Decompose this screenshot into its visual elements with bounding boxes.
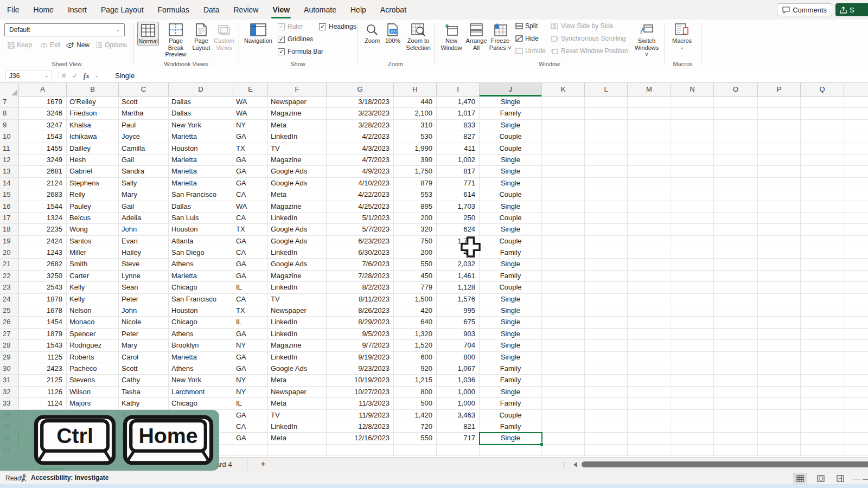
grid-cell[interactable]: [542, 352, 585, 363]
options-button[interactable]: Options: [95, 41, 127, 49]
grid-cell[interactable]: [671, 410, 714, 421]
grid-cell[interactable]: [758, 340, 801, 351]
grid-cell[interactable]: 1324: [19, 213, 67, 223]
grid-cell[interactable]: [844, 201, 868, 212]
grid-cell[interactable]: [714, 224, 758, 235]
synchronous-scrolling-button[interactable]: Synchronous Scrolling: [551, 35, 626, 42]
grid-cell[interactable]: [844, 363, 868, 374]
grid-cell[interactable]: GA: [233, 271, 268, 281]
grid-cell[interactable]: 420: [394, 305, 437, 316]
grid-cell[interactable]: 704: [437, 340, 480, 351]
grid-cell[interactable]: Marietta: [169, 131, 233, 142]
grid-cell[interactable]: [628, 143, 671, 154]
scroll-left-arrow-icon[interactable]: [573, 462, 577, 467]
grid-cell[interactable]: Hesh: [67, 155, 119, 165]
grid-cell[interactable]: Single: [480, 201, 542, 212]
grid-cell[interactable]: [801, 178, 844, 189]
row-header[interactable]: 15: [0, 189, 19, 200]
row-header[interactable]: 8: [0, 108, 19, 119]
grid-cell[interactable]: Google Ads: [268, 236, 327, 247]
grid-cell[interactable]: [671, 189, 714, 200]
grid-cell[interactable]: 624: [437, 224, 480, 235]
grid-cell[interactable]: [585, 155, 628, 165]
grid-cell[interactable]: Single: [480, 294, 542, 305]
grid-cell[interactable]: [480, 445, 542, 455]
row-header[interactable]: 11: [0, 143, 19, 154]
grid-cell[interactable]: [437, 445, 480, 455]
grid-cell[interactable]: [714, 166, 758, 177]
grid-cell[interactable]: 920: [394, 363, 437, 374]
grid-cell[interactable]: [542, 120, 585, 131]
grid-cell[interactable]: [758, 247, 801, 258]
grid-cell[interactable]: Single: [480, 329, 542, 339]
grid-cell[interactable]: [542, 166, 585, 177]
grid-cell[interactable]: Athens: [169, 329, 233, 339]
row-header[interactable]: 12: [0, 155, 19, 165]
grid-cell[interactable]: [671, 375, 714, 386]
grid-cell[interactable]: CA: [233, 421, 268, 432]
grid-cell[interactable]: [758, 294, 801, 305]
grid-cell[interactable]: Newspaper: [268, 97, 327, 107]
grid-cell[interactable]: [671, 329, 714, 339]
grid-cell[interactable]: [585, 398, 628, 409]
grid-cell[interactable]: 310: [394, 120, 437, 131]
grid-cell[interactable]: [801, 120, 844, 131]
grid-cell[interactable]: 1878: [19, 294, 67, 305]
grid-cell[interactable]: [801, 166, 844, 177]
grid-cell[interactable]: 4/2/2023: [327, 131, 394, 142]
grid-cell[interactable]: Single: [480, 305, 542, 316]
column-header[interactable]: G: [327, 83, 394, 97]
grid-cell[interactable]: CA: [233, 213, 268, 223]
grid-cell[interactable]: 5/7/2023: [327, 224, 394, 235]
grid-cell[interactable]: [585, 387, 628, 397]
grid-cell[interactable]: [844, 445, 868, 455]
grid-cell[interactable]: Single: [480, 120, 542, 131]
grid-cell[interactable]: [758, 213, 801, 223]
grid-cell[interactable]: 1243: [19, 247, 67, 258]
grid-cell[interactable]: [542, 305, 585, 316]
grid-cell[interactable]: [714, 97, 758, 107]
grid-cell[interactable]: Miller: [67, 247, 119, 258]
grid-cell[interactable]: 320: [394, 224, 437, 235]
grid-cell[interactable]: 2543: [19, 282, 67, 293]
grid-cell[interactable]: CA: [233, 294, 268, 305]
grid-cell[interactable]: Marietta: [169, 155, 233, 165]
grid-cell[interactable]: [714, 340, 758, 351]
row-header[interactable]: 9: [0, 120, 19, 131]
grid-cell[interactable]: Scott: [119, 363, 169, 374]
grid-cell[interactable]: LinkedIn: [268, 352, 327, 363]
grid-cell[interactable]: Single: [480, 352, 542, 363]
grid-cell[interactable]: [671, 352, 714, 363]
grid-cell[interactable]: Meta: [268, 189, 327, 200]
grid-cell[interactable]: Meta: [268, 398, 327, 409]
grid-cell[interactable]: Evan: [119, 236, 169, 247]
grid-cell[interactable]: 720: [394, 421, 437, 432]
grid-cell[interactable]: [758, 131, 801, 142]
grid-cell[interactable]: [585, 271, 628, 281]
grid-cell[interactable]: 821: [437, 421, 480, 432]
grid-cell[interactable]: [714, 421, 758, 432]
grid-cell[interactable]: [542, 271, 585, 281]
grid-cell[interactable]: [844, 213, 868, 223]
grid-cell[interactable]: [801, 352, 844, 363]
accessibility-status[interactable]: Accessibility: Investigate: [21, 474, 108, 481]
horizontal-scrollbar-thumb[interactable]: [582, 461, 868, 467]
grid-cell[interactable]: [585, 120, 628, 131]
grid-cell[interactable]: [801, 305, 844, 316]
grid-cell[interactable]: [714, 445, 758, 455]
grid-cell[interactable]: 9/19/2023: [327, 352, 394, 363]
grid-cell[interactable]: Nelson: [67, 305, 119, 316]
grid-cell[interactable]: 6/23/2023: [327, 236, 394, 247]
grid-cell[interactable]: [585, 317, 628, 328]
active-cell-selection[interactable]: [479, 432, 542, 445]
grid-cell[interactable]: [628, 97, 671, 107]
grid-cell[interactable]: [844, 410, 868, 421]
grid-cell[interactable]: Belcus: [67, 213, 119, 223]
grid-cell[interactable]: [542, 108, 585, 119]
grid-cell[interactable]: Larchmont: [169, 387, 233, 397]
grid-cell[interactable]: 1678: [19, 305, 67, 316]
grid-cell[interactable]: [542, 143, 585, 154]
grid-cell[interactable]: Nicole: [119, 317, 169, 328]
grid-cell[interactable]: Smith: [67, 259, 119, 269]
grid-cell[interactable]: 550: [394, 433, 437, 444]
